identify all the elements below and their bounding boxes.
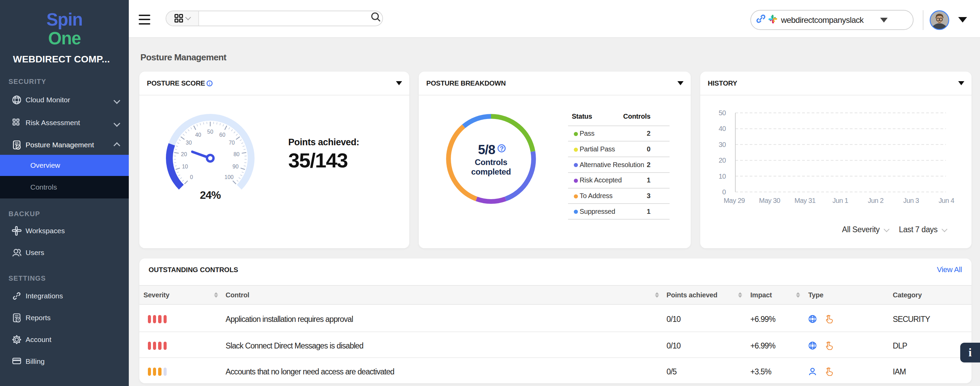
svg-text:i: i — [209, 81, 210, 86]
svg-text:Jun 4: Jun 4 — [939, 197, 954, 204]
svg-text:Jun 3: Jun 3 — [903, 197, 919, 204]
svg-text:Jun 1: Jun 1 — [832, 197, 848, 204]
svg-text:May 29: May 29 — [724, 197, 745, 204]
svg-text:40: 40 — [195, 132, 201, 137]
svg-text:30: 30 — [186, 140, 192, 145]
svg-text:50: 50 — [719, 109, 726, 116]
svg-text:60: 60 — [220, 132, 226, 137]
svg-text:Jun 2: Jun 2 — [868, 197, 884, 204]
svg-text:30: 30 — [719, 141, 726, 148]
svg-text:0: 0 — [190, 174, 193, 180]
svg-text:90: 90 — [232, 164, 239, 169]
svg-text:80: 80 — [234, 151, 240, 157]
svg-text:10: 10 — [182, 164, 188, 169]
svg-text:20: 20 — [181, 151, 187, 157]
svg-text:70: 70 — [229, 140, 235, 145]
svg-text:May 31: May 31 — [794, 197, 815, 204]
svg-text:10: 10 — [719, 172, 726, 180]
svg-text:?: ? — [500, 145, 504, 152]
svg-text:40: 40 — [719, 125, 726, 132]
svg-text:0: 0 — [722, 188, 726, 196]
svg-text:May 30: May 30 — [759, 197, 780, 204]
svg-text:100: 100 — [224, 174, 234, 180]
svg-text:20: 20 — [719, 156, 726, 164]
svg-text:50: 50 — [207, 129, 213, 135]
